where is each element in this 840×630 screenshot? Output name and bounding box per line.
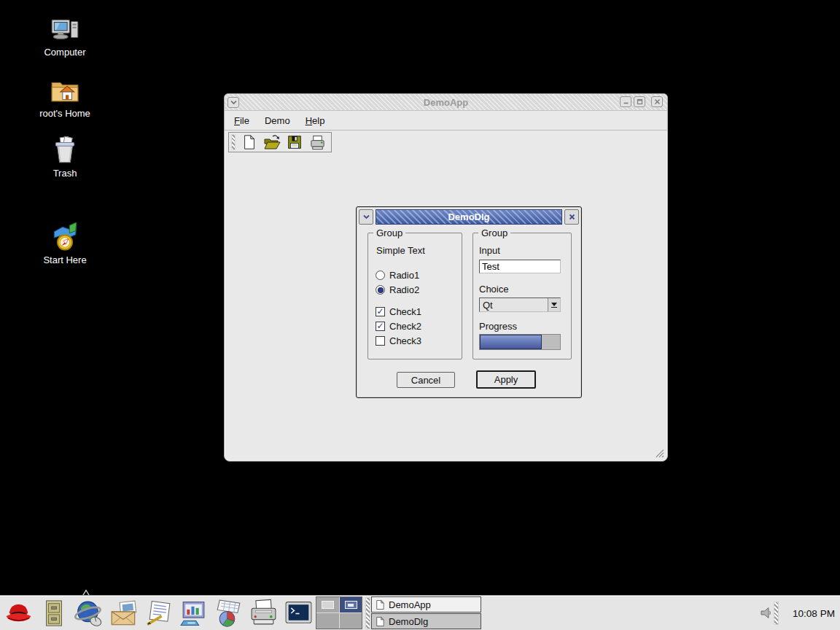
- presentation-button[interactable]: [179, 598, 209, 628]
- close-button[interactable]: [651, 96, 663, 107]
- web-browser-button[interactable]: [74, 598, 104, 628]
- task-button-demoapp[interactable]: DemoApp: [371, 596, 481, 612]
- radio-label: Radio2: [389, 284, 419, 295]
- save-icon: [287, 134, 303, 150]
- tasklist-drag-handle[interactable]: [365, 597, 370, 629]
- print-manager-icon: [249, 599, 279, 627]
- cancel-button[interactable]: Cancel: [397, 372, 455, 388]
- group-box-label: Group: [373, 228, 405, 238]
- checkbox-label: Check1: [389, 306, 421, 317]
- checkbox-icon: ✓: [376, 322, 385, 331]
- checkbox-icon: ✓: [376, 336, 385, 346]
- chevron-bar: [551, 307, 557, 308]
- spreadsheet-icon: [214, 599, 244, 627]
- checkbox-check2[interactable]: ✓ Check2: [376, 321, 421, 332]
- computer-icon: [50, 18, 80, 44]
- progress-fill: [480, 335, 542, 349]
- maximize-button[interactable]: [634, 96, 645, 107]
- minimize-button[interactable]: [620, 96, 631, 107]
- desktop-icon-trash[interactable]: Trash: [21, 136, 109, 179]
- input-field[interactable]: [479, 260, 561, 273]
- window-menu-icon: [362, 214, 370, 220]
- open-file-button[interactable]: [263, 133, 281, 151]
- workspace-4[interactable]: [340, 613, 362, 629]
- apply-button[interactable]: Apply: [476, 370, 536, 389]
- dialog-close-button[interactable]: [564, 209, 579, 225]
- clock: 10:08 PM: [788, 596, 840, 630]
- redhat-menu-button[interactable]: [4, 598, 34, 628]
- resize-grip[interactable]: [654, 448, 664, 458]
- save-button[interactable]: [286, 133, 303, 151]
- radio-label: Radio1: [389, 270, 419, 281]
- new-document-icon: [241, 134, 257, 150]
- spreadsheet-button[interactable]: [214, 598, 244, 628]
- input-label: Input: [479, 245, 500, 256]
- choice-label: Choice: [479, 284, 508, 295]
- dialog-titlebar[interactable]: DemoDlg: [359, 209, 579, 225]
- app-toolbar: [225, 131, 667, 153]
- choice-combobox[interactable]: Qt: [479, 298, 561, 312]
- radio-icon: [376, 285, 385, 295]
- maximize-icon: [637, 98, 643, 105]
- document-icon: [376, 616, 384, 627]
- desktop-icon-roots-home[interactable]: root's Home: [21, 77, 109, 119]
- close-icon: [569, 214, 575, 220]
- menu-help[interactable]: Help: [306, 115, 325, 126]
- dialog-title: DemoDlg: [376, 209, 562, 225]
- open-file-icon: [263, 134, 281, 150]
- workspace-2-active[interactable]: [340, 597, 362, 612]
- close-icon: [654, 98, 661, 105]
- word-processor-icon: [144, 599, 174, 627]
- workspace-1[interactable]: [316, 597, 339, 612]
- print-manager-button[interactable]: [249, 598, 279, 628]
- dialog-window: DemoDlg Group Simple Text Radio1 Radio2 …: [356, 206, 582, 398]
- app-titlebar[interactable]: DemoApp: [225, 94, 667, 111]
- toolbar-drag-handle[interactable]: [231, 134, 236, 150]
- checkbox-check1[interactable]: ✓ Check1: [376, 306, 421, 317]
- progress-bar: [479, 334, 561, 350]
- print-button[interactable]: [308, 133, 326, 151]
- app-menubar: File Demo Help: [225, 111, 667, 131]
- print-icon: [309, 134, 326, 151]
- checkbox-check3[interactable]: ✓ Check3: [376, 335, 421, 346]
- radio-radio1[interactable]: Radio1: [376, 270, 419, 281]
- desktop-icon-computer[interactable]: Computer: [21, 18, 109, 58]
- menu-file[interactable]: File: [234, 115, 249, 126]
- task-button-demodlg[interactable]: DemoDlg: [371, 613, 481, 629]
- redhat-menu-icon: [4, 600, 34, 626]
- menu-demo[interactable]: Demo: [265, 115, 290, 126]
- radio-radio2[interactable]: Radio2: [376, 284, 419, 295]
- group-box-label: Group: [478, 228, 510, 238]
- group-box-right: Group Input Choice Qt Progress: [472, 233, 572, 359]
- group-box-left: Group Simple Text Radio1 Radio2 ✓ Check1…: [368, 233, 462, 359]
- clock-drag-handle[interactable]: [774, 602, 779, 625]
- mini-window: [322, 601, 334, 609]
- home-folder-icon: [50, 77, 80, 105]
- progress-label: Progress: [479, 321, 517, 332]
- mini-window: [345, 601, 357, 609]
- combobox-value: Qt: [480, 300, 548, 311]
- desktop-icon-label: Trash: [21, 168, 109, 179]
- new-document-button[interactable]: [241, 133, 258, 151]
- email-button[interactable]: [109, 598, 139, 628]
- file-manager-button[interactable]: [39, 598, 69, 628]
- volume-icon[interactable]: [760, 607, 773, 619]
- checkbox-label: Check2: [389, 321, 421, 332]
- word-processor-button[interactable]: [144, 598, 174, 628]
- minimize-icon: [623, 98, 629, 105]
- dialog-window-menu-button[interactable]: [359, 209, 373, 225]
- web-browser-icon: [74, 599, 104, 628]
- app-window-title: DemoApp: [225, 97, 667, 108]
- file-manager-icon: [40, 599, 68, 628]
- terminal-button[interactable]: [284, 598, 314, 628]
- workspace-pager: [316, 596, 362, 629]
- radio-icon: [376, 271, 385, 280]
- desktop-icon-label: root's Home: [21, 108, 109, 119]
- chevron-down-icon: [551, 303, 557, 306]
- static-text: Simple Text: [376, 245, 425, 256]
- workspace-3[interactable]: [316, 613, 339, 629]
- document-icon: [376, 599, 384, 610]
- desktop-icon-start-here[interactable]: Start Here: [21, 222, 109, 265]
- combobox-dropdown-button[interactable]: [548, 298, 560, 311]
- checkbox-icon: ✓: [376, 307, 385, 316]
